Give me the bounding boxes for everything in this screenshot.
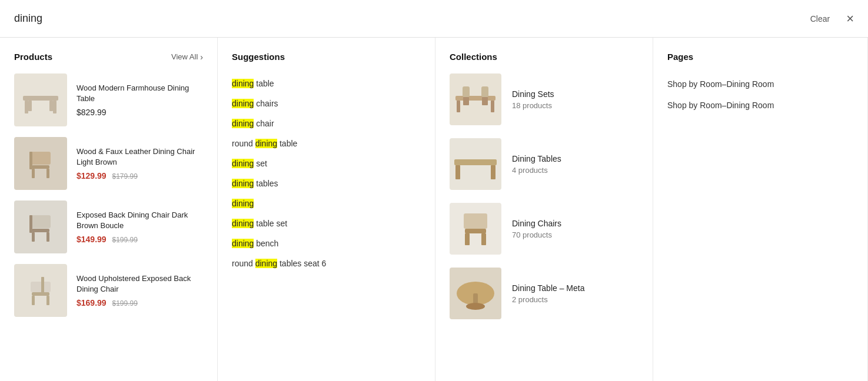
collection-name: Dining Table – Meta	[512, 283, 584, 293]
svg-rect-5	[31, 152, 51, 165]
highlight-text: dining	[232, 239, 254, 248]
svg-rect-22	[491, 101, 494, 112]
svg-rect-10	[31, 215, 51, 228]
collection-image	[450, 203, 501, 255]
suggestion-suffix: chair	[254, 119, 274, 128]
collection-image	[450, 268, 501, 319]
svg-rect-20	[455, 96, 495, 101]
highlight-text: dining	[232, 219, 254, 228]
product-info: Exposed Back Dining Chair Dark Brown Bou…	[77, 210, 203, 244]
svg-rect-24	[481, 86, 488, 97]
suggestion-suffix: table	[277, 139, 297, 148]
close-button[interactable]: ×	[846, 12, 854, 25]
product-name: Wood Upholstered Exposed Back Dining Cha…	[77, 273, 203, 295]
product-info: Wood Modern Farmhouse Dining Table $829.…	[77, 83, 203, 117]
suggestion-item[interactable]: dining chair	[232, 113, 421, 133]
suggestion-item[interactable]: dining table	[232, 73, 421, 93]
main-content: Products View All › Wood Modern Farmhous…	[0, 38, 868, 381]
clear-button[interactable]: Clear	[806, 12, 834, 26]
svg-rect-17	[32, 296, 35, 305]
svg-rect-0	[23, 96, 58, 101]
collection-name: Dining Chairs	[512, 219, 561, 228]
svg-rect-21	[457, 101, 460, 112]
suggestion-item[interactable]: round dining table	[232, 133, 421, 153]
suggestion-prefix: round	[232, 259, 255, 268]
svg-rect-25	[463, 97, 469, 105]
svg-rect-3	[28, 101, 32, 111]
collection-item[interactable]: Dining Sets 18 products	[450, 73, 638, 125]
svg-rect-14	[29, 215, 32, 233]
suggestion-item[interactable]: dining table set	[232, 213, 421, 233]
product-price-sale: $169.99	[77, 298, 107, 308]
highlight-text: dining	[232, 159, 254, 168]
collection-name: Dining Sets	[512, 89, 554, 99]
product-info: Wood Upholstered Exposed Back Dining Cha…	[77, 273, 203, 308]
view-all-link[interactable]: View All ›	[171, 52, 203, 62]
suggestion-item[interactable]: round dining tables seat 6	[232, 253, 421, 273]
product-item[interactable]: Wood Modern Farmhouse Dining Table $829.…	[14, 73, 203, 126]
product-price: $829.99	[77, 108, 203, 117]
product-item[interactable]: Wood & Faux Leather Dining Chair Light B…	[14, 137, 203, 190]
chevron-right-icon: ›	[200, 52, 203, 62]
svg-rect-13	[46, 232, 49, 242]
collection-info: Dining Tables 4 products	[512, 154, 561, 175]
svg-rect-11	[32, 229, 49, 232]
suggestion-item[interactable]: dining tables	[232, 173, 421, 193]
svg-rect-32	[465, 233, 470, 245]
collection-count: 18 products	[512, 101, 554, 110]
suggestion-prefix: round	[232, 139, 255, 148]
collection-item[interactable]: Dining Tables 4 products	[450, 138, 638, 190]
product-item[interactable]: Wood Upholstered Exposed Back Dining Cha…	[14, 264, 203, 317]
search-input[interactable]	[14, 12, 806, 25]
suggestion-suffix: table set	[254, 219, 287, 228]
svg-rect-19	[41, 277, 44, 293]
collections-header: Collections	[450, 52, 638, 62]
suggestion-suffix: set	[254, 159, 267, 168]
product-price-original: $199.99	[112, 236, 138, 244]
highlight-text: dining	[232, 199, 254, 208]
products-header: Products View All ›	[14, 52, 203, 62]
svg-rect-8	[46, 169, 49, 178]
svg-rect-6	[32, 165, 49, 169]
page-item[interactable]: Shop by Room–Dining Room	[667, 73, 853, 95]
svg-rect-33	[481, 233, 486, 245]
section-pages: Pages Shop by Room–Dining Room Shop by R…	[653, 38, 868, 381]
collection-info: Dining Sets 18 products	[512, 89, 554, 110]
product-price-sale: $129.99	[77, 171, 107, 181]
product-price-original: $199.99	[112, 299, 138, 308]
collection-item[interactable]: Dining Chairs 70 products	[450, 203, 638, 255]
section-suggestions: Suggestions dining table dining chairs d…	[218, 38, 435, 381]
svg-rect-9	[29, 152, 32, 169]
collection-image	[450, 73, 501, 125]
product-name: Exposed Back Dining Chair Dark Brown Bou…	[77, 210, 203, 231]
page-item[interactable]: Shop by Room–Dining Room	[667, 95, 853, 116]
highlight-text: dining	[232, 179, 254, 188]
product-price: $129.99 $179.99	[77, 171, 203, 181]
product-image	[14, 73, 67, 126]
highlight-text: dining	[232, 119, 254, 128]
suggestion-item[interactable]: dining	[232, 193, 421, 213]
product-item[interactable]: Exposed Back Dining Chair Dark Brown Bou…	[14, 200, 203, 253]
product-price-regular: $829.99	[77, 108, 107, 117]
svg-rect-26	[482, 97, 488, 105]
collection-item[interactable]: Dining Table – Meta 2 products	[450, 268, 638, 319]
suggestion-suffix: chairs	[254, 99, 278, 108]
suggestion-suffix: tables seat 6	[277, 259, 326, 268]
svg-rect-12	[32, 232, 35, 242]
suggestion-suffix: bench	[254, 239, 278, 248]
highlight-text: dining	[232, 99, 254, 108]
svg-rect-18	[46, 296, 49, 305]
search-bar-actions: Clear ×	[806, 12, 854, 26]
highlight-text: dining	[255, 259, 277, 268]
section-collections: Collections Dining Sets 18 products	[435, 38, 653, 381]
search-bar: Clear ×	[0, 0, 868, 38]
product-price: $149.99 $199.99	[77, 235, 203, 244]
suggestion-item[interactable]: dining set	[232, 153, 421, 173]
collection-info: Dining Chairs 70 products	[512, 219, 561, 239]
svg-point-36	[466, 303, 485, 310]
suggestion-item[interactable]: dining chairs	[232, 93, 421, 113]
svg-rect-16	[32, 292, 49, 296]
svg-rect-28	[455, 165, 460, 179]
suggestion-item[interactable]: dining bench	[232, 233, 421, 253]
pages-title: Pages	[667, 52, 693, 62]
